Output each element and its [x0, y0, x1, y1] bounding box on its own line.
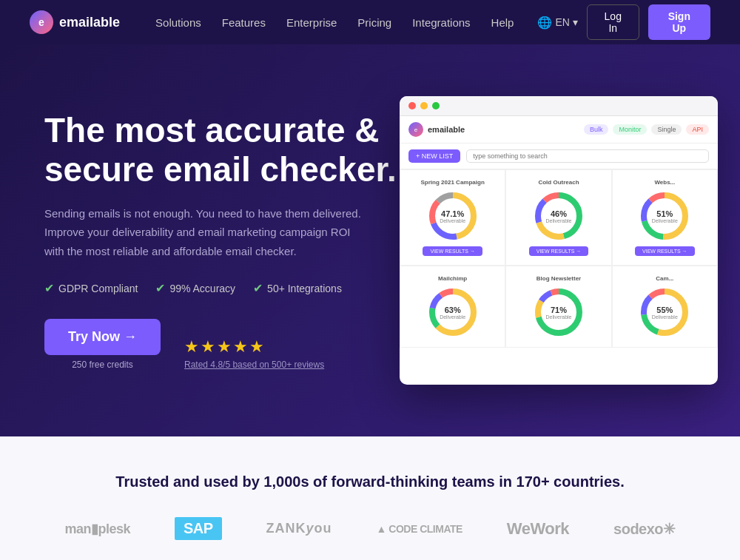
badge-integrations-label: 50+ Integrations: [267, 283, 342, 294]
sodexo-logo: sodexo✳: [613, 520, 676, 538]
tab-bulk[interactable]: Bulk: [584, 124, 609, 135]
manpower-plesk-logo: man▮plesk: [64, 521, 130, 537]
donut-label: 71%Deliverable: [545, 306, 571, 320]
check-icon-2: ✔: [155, 281, 165, 295]
nav-right: 🌐 EN ▾ Log In Sign Up: [537, 4, 710, 40]
donut-label: 51%Deliverable: [652, 209, 678, 223]
hero-left: The most accurate & secure email checker…: [44, 111, 400, 370]
dashboard-card: Spring 2021 Campaign47.1%DeliverableVIEW…: [400, 169, 505, 266]
badge-accuracy: ✔ 99% Accuracy: [155, 281, 235, 295]
nav-integrations[interactable]: Integrations: [412, 16, 470, 29]
tab-single[interactable]: Single: [651, 124, 682, 135]
dashboard-grid: Spring 2021 Campaign47.1%DeliverableVIEW…: [400, 169, 718, 348]
navbar: e emailable Solutions Features Enterpris…: [0, 0, 740, 44]
wework-logo: WeWork: [507, 519, 569, 539]
hero-badges: ✔ GDPR Compliant ✔ 99% Accuracy ✔ 50+ In…: [44, 281, 400, 295]
login-button[interactable]: Log In: [587, 4, 639, 40]
chevron-down-icon: ▾: [573, 16, 578, 28]
nav-help[interactable]: Help: [491, 16, 514, 29]
check-icon-3: ✔: [253, 281, 263, 295]
signup-button[interactable]: Sign Up: [648, 4, 710, 40]
globe-icon: 🌐: [537, 16, 552, 30]
window-maximize-dot: [432, 102, 440, 109]
donut-chart: 55%Deliverable: [639, 286, 690, 338]
badge-integrations: ✔ 50+ Integrations: [253, 281, 342, 295]
donut-chart: 63%Deliverable: [427, 286, 479, 338]
badge-gdpr: ✔ GDPR Compliant: [44, 281, 138, 295]
card-title: Cam...: [656, 275, 673, 282]
try-now-button[interactable]: Try Now →: [44, 319, 161, 355]
nav-solutions[interactable]: Solutions: [155, 16, 201, 29]
trusted-title: Trusted and used by 1,000s of forward-th…: [44, 473, 696, 490]
donut-chart: 46%Deliverable: [533, 190, 585, 242]
view-results-button[interactable]: VIEW RESULTS →: [635, 246, 695, 256]
card-title: Spring 2021 Campaign: [421, 179, 485, 186]
rating-text[interactable]: Rated 4.8/5 based on 500+ reviews: [184, 360, 324, 370]
hero-section: The most accurate & secure email checker…: [0, 44, 740, 436]
dashboard-preview: e emailable Bulk Monitor Single API + NE…: [400, 96, 718, 385]
app-bar: e emailable Bulk Monitor Single API: [400, 116, 718, 144]
nav-links: Solutions Features Enterprise Pricing In…: [155, 16, 514, 29]
card-title: Mailchimp: [438, 275, 467, 282]
dashboard-card: Blog Newsletter71%Deliverable: [505, 266, 611, 348]
app-bar-tabs: Bulk Monitor Single API: [584, 124, 709, 135]
donut-label: 63%Deliverable: [440, 306, 465, 320]
card-title: Cold Outreach: [538, 179, 579, 186]
hero-title: The most accurate & secure email checker…: [44, 111, 400, 189]
cta-sub: 250 free credits: [44, 360, 161, 370]
dashboard-card: Webs...51%DeliverableVIEW RESULTS →: [612, 169, 718, 266]
view-results-button[interactable]: VIEW RESULTS →: [529, 246, 589, 256]
trusted-section: Trusted and used by 1,000s of forward-th…: [0, 436, 740, 560]
window-close-dot: [408, 102, 416, 109]
logo-text: emailable: [59, 15, 120, 30]
tab-api[interactable]: API: [686, 124, 709, 135]
donut-chart: 51%Deliverable: [639, 190, 690, 242]
app-bar-logo: e emailable: [408, 122, 465, 137]
logo[interactable]: e emailable: [30, 10, 120, 34]
hero-subtitle: Sending emails is not enough. You need t…: [44, 204, 370, 261]
zankyou-logo: ZANKyou: [266, 521, 332, 536]
donut-label: 55%Deliverable: [652, 306, 678, 320]
window-toolbar: + NEW LIST: [400, 144, 718, 169]
sap-logo: SAP: [175, 517, 222, 540]
card-title: Blog Newsletter: [536, 275, 581, 282]
card-title: Webs...: [654, 179, 675, 186]
badge-accuracy-label: 99% Accuracy: [169, 283, 235, 294]
hero-right: e emailable Bulk Monitor Single API + NE…: [400, 96, 718, 385]
lang-label: EN: [555, 16, 569, 28]
nav-pricing[interactable]: Pricing: [357, 16, 391, 29]
dashboard-card: Cold Outreach46%DeliverableVIEW RESULTS …: [505, 169, 611, 266]
badge-gdpr-label: GDPR Compliant: [58, 283, 138, 294]
nav-features[interactable]: Features: [222, 16, 266, 29]
view-results-button[interactable]: VIEW RESULTS →: [423, 246, 482, 256]
codeclimate-logo: ▲ CODE CLIMATE: [377, 523, 462, 535]
donut-chart: 47.1%Deliverable: [427, 190, 479, 242]
logo-icon: e: [30, 10, 53, 34]
app-logo-sm: e: [408, 122, 423, 137]
language-selector[interactable]: 🌐 EN ▾: [537, 16, 577, 30]
window-titlebar: [400, 96, 718, 116]
star-rating: ★★★★★: [184, 337, 324, 357]
check-icon: ✔: [44, 281, 54, 295]
dashboard-card: Cam...55%Deliverable: [612, 266, 718, 348]
donut-label: 46%Deliverable: [545, 209, 571, 223]
app-logo-text: emailable: [428, 125, 465, 134]
rating-section: ★★★★★ Rated 4.8/5 based on 500+ reviews: [184, 337, 324, 370]
window-minimize-dot: [420, 102, 428, 109]
dashboard-card: Mailchimp63%Deliverable: [400, 266, 505, 348]
logo-row: man▮plesk SAP ZANKyou ▲ CODE CLIMATE WeW…: [44, 517, 696, 540]
tab-monitor[interactable]: Monitor: [613, 124, 647, 135]
hero-cta: Try Now → 250 free credits ★★★★★ Rated 4…: [44, 319, 400, 370]
donut-label: 47.1%Deliverable: [440, 209, 465, 223]
new-list-button[interactable]: + NEW LIST: [408, 149, 460, 163]
nav-enterprise[interactable]: Enterprise: [286, 16, 337, 29]
search-input[interactable]: [466, 149, 709, 163]
donut-chart: 71%Deliverable: [533, 286, 585, 338]
